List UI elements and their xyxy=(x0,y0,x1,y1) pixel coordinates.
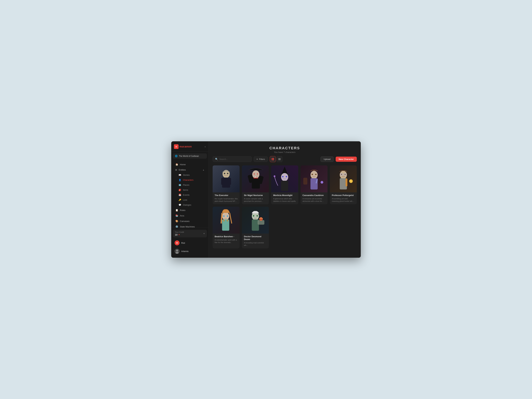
character-image xyxy=(301,165,328,192)
svg-point-56 xyxy=(223,220,225,222)
svg-point-22 xyxy=(254,173,255,175)
svg-point-57 xyxy=(227,220,228,222)
character-description: A melodramatic spirit with a flair for t… xyxy=(215,239,238,244)
places-icon: 🗺️ xyxy=(178,184,181,186)
character-info: Sir Nigel Nocturne A suave vampire with … xyxy=(242,192,269,204)
svg-point-23 xyxy=(257,173,258,175)
characters-label: Characters xyxy=(183,179,194,181)
artemis-avatar-svg xyxy=(175,249,180,254)
svg-point-49 xyxy=(349,179,353,183)
sidebar-item-canvases[interactable]: 🎨 Canvases xyxy=(173,218,207,224)
entities-icon: ⊞ xyxy=(175,169,177,171)
events-icon: 📅 xyxy=(178,194,181,196)
sidebar-item-state-machines[interactable]: ⚙️ State Machines xyxy=(173,224,207,228)
svg-point-46 xyxy=(341,174,342,175)
svg-rect-3 xyxy=(272,158,273,159)
user-artemis[interactable]: Artemis xyxy=(173,247,207,255)
nav-section: 🏠 Home ⊞ Entities ▲ 📖 Stories 👤 Characte… xyxy=(171,161,209,228)
rules-label: Rules xyxy=(180,209,185,211)
character-description: A reclusive yet eccentric alchemist with… xyxy=(303,197,325,203)
character-card[interactable]: Morticia Moonlight A glamorous witch who… xyxy=(271,165,298,204)
character-card[interactable]: Sir Nigel Nocturne A suave vampire with … xyxy=(242,165,269,204)
new-character-button[interactable]: New Character xyxy=(336,157,357,162)
svg-point-62 xyxy=(257,215,258,216)
character-description: A suave vampire with a penchant for prec… xyxy=(244,197,267,203)
svg-point-61 xyxy=(253,215,254,216)
lore-label: Lore xyxy=(183,199,187,201)
svg-rect-5 xyxy=(272,159,273,160)
sidebar-item-dialoges[interactable]: 💬 Dialoges xyxy=(174,203,207,207)
credit-info: Your Credit 10 ✦ xyxy=(175,231,184,236)
character-image xyxy=(242,165,269,192)
sidebar-item-home[interactable]: 🏠 Home xyxy=(173,162,207,167)
sidebar-item-rules[interactable]: 📋 Rules xyxy=(173,208,207,213)
home-label: Home xyxy=(180,163,186,166)
svg-point-47 xyxy=(345,174,345,175)
page-title: CHARACTERS xyxy=(212,146,357,150)
svg-rect-7 xyxy=(278,158,281,159)
svg-point-18 xyxy=(252,171,259,178)
logo-icon: n xyxy=(174,144,178,149)
credit-label: Your Credit xyxy=(175,231,184,233)
arcs-icon: 📚 xyxy=(175,214,178,217)
add-credit-button[interactable]: + xyxy=(203,232,205,235)
character-card[interactable]: Doctor Desmond Doom A brooding mad scien… xyxy=(242,207,269,248)
list-view-button[interactable] xyxy=(277,156,282,162)
items-icon: 🎒 xyxy=(178,189,181,191)
state-machines-icon: ⚙️ xyxy=(175,225,178,228)
svg-rect-6 xyxy=(273,159,274,160)
sidebar-item-items[interactable]: 🎒 Items xyxy=(174,188,207,192)
character-card[interactable]: Beatrice Banshee - A melodramatic spirit… xyxy=(213,207,240,248)
sidebar-item-events[interactable]: 📅 Events xyxy=(174,192,207,197)
user-riot[interactable]: R Riot xyxy=(173,239,207,247)
character-card[interactable]: The Executor the cryptic host/narrator, … xyxy=(213,165,240,204)
sidebar-item-characters[interactable]: 👤 Characters xyxy=(174,177,207,182)
state-machines-label: State Machines xyxy=(180,225,195,228)
credit-value: 10 ✦ xyxy=(175,234,184,236)
sidebar: n nucanon « 🌐 The World of Caribean 🏠 Ho… xyxy=(171,141,209,258)
logo: n nucanon xyxy=(174,144,192,149)
entities-label: Entities xyxy=(179,169,186,171)
svg-point-32 xyxy=(274,175,275,177)
characters-icon: 👤 xyxy=(178,179,181,181)
character-info: Cassandra Cauldron A reclusive yet eccen… xyxy=(301,192,328,204)
filter-button[interactable]: ≡ Filters xyxy=(254,156,268,162)
search-bar[interactable]: 🔍 xyxy=(213,156,252,162)
main-content: CHARACTERS You have 7 characters 🔍 ≡ Fil… xyxy=(209,141,361,258)
world-name: The World of Caribean xyxy=(179,155,205,157)
character-name: Professor Poltergeist xyxy=(332,194,355,197)
svg-point-52 xyxy=(222,212,229,220)
character-name: The Executor xyxy=(215,194,238,197)
svg-rect-48 xyxy=(345,178,347,186)
sidebar-item-places[interactable]: 🗺️ Places xyxy=(174,183,207,187)
canvases-icon: 🎨 xyxy=(175,220,178,222)
search-input[interactable] xyxy=(219,158,249,160)
search-icon: 🔍 xyxy=(215,158,218,160)
credit-box: Your Credit 10 ✦ + xyxy=(173,230,207,237)
entities-sub-nav: 📖 Stories 👤 Characters 🗺️ Places 🎒 Items… xyxy=(171,173,209,207)
sidebar-item-entities[interactable]: ⊞ Entities ▲ xyxy=(173,167,207,172)
entities-chevron: ▲ xyxy=(203,169,204,171)
items-label: Items xyxy=(183,189,188,191)
sidebar-item-lore[interactable]: 🔑 Lore xyxy=(174,197,207,202)
character-card[interactable]: Cassandra Cauldron A reclusive yet eccen… xyxy=(301,165,328,204)
character-card[interactable]: Professor Poltergeist A bumbling yet wel… xyxy=(330,165,357,204)
svg-point-55 xyxy=(227,215,228,217)
svg-point-30 xyxy=(282,176,284,177)
collapse-button[interactable]: « xyxy=(204,145,206,148)
riot-name: Riot xyxy=(181,242,185,244)
svg-rect-8 xyxy=(278,159,281,159)
character-info: Professor Poltergeist A bumbling yet wel… xyxy=(330,192,357,204)
character-image xyxy=(271,165,298,192)
sidebar-item-arcs[interactable]: 📚 Arcs xyxy=(173,213,207,218)
svg-point-15 xyxy=(224,173,225,174)
character-info: The Executor the cryptic host/narrator, … xyxy=(213,192,240,204)
svg-rect-13 xyxy=(221,178,223,185)
svg-point-28 xyxy=(281,173,288,181)
grid-view-button[interactable] xyxy=(270,156,276,162)
upload-button[interactable]: Upload xyxy=(321,156,334,162)
home-icon: 🏠 xyxy=(175,163,178,166)
sidebar-item-stories[interactable]: 📖 Stories xyxy=(174,173,207,177)
svg-rect-9 xyxy=(278,160,281,160)
world-selector[interactable]: 🌐 The World of Caribean xyxy=(173,153,207,158)
